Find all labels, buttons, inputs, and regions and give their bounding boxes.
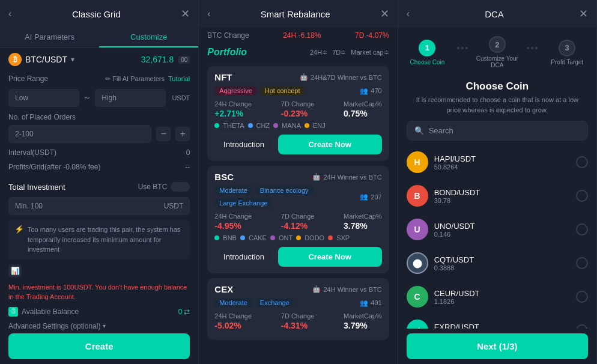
tab-customize[interactable]: Customize xyxy=(99,28,198,47)
warning-box: ⚡ Too many users are trading this pair, … xyxy=(8,220,190,259)
portfolio-header: Portfolio 24H≑ 7D≑ Market cap≑ xyxy=(199,43,397,61)
use-btc-toggle[interactable] xyxy=(171,182,190,192)
coin-info: ₿ BTC/USDT ▾ xyxy=(8,53,74,66)
portfolio-logo: Portfolio xyxy=(207,47,247,58)
radio-uno[interactable] xyxy=(576,223,588,235)
tag-aggressive: Aggressive xyxy=(214,86,256,96)
step-circle-1: 1 xyxy=(419,40,435,56)
advanced-settings-row[interactable]: Advanced Settings (optional) ▾ xyxy=(0,319,198,333)
users-bsc: 👥 207 xyxy=(360,193,381,201)
portfolio-scroll[interactable]: NFT 🤖 24H&7D Winner vs BTC Aggressive Ho… xyxy=(199,61,397,364)
portfolio-card-bsc: BSC 🤖 24H Winner vs BTC Moderate Binance… xyxy=(207,166,389,273)
advanced-label: Advanced Settings (optional) xyxy=(8,322,100,330)
low-input[interactable]: Low xyxy=(8,89,79,107)
tab-ai-parameters[interactable]: AI Parameters xyxy=(0,28,99,47)
tag-hot: Hot concept xyxy=(260,86,305,96)
min-investment-input[interactable]: Min. 100 USDT xyxy=(8,197,190,215)
card-actions-nft: Introduction Create Now xyxy=(214,134,381,155)
coin-price: 32,671.8 xyxy=(141,55,174,64)
btc-icon: ₿ xyxy=(8,53,22,66)
list-item-bond[interactable]: B BOND/USDT 30.78 xyxy=(398,179,596,213)
close-icon[interactable]: ✕ xyxy=(181,7,190,20)
radio-bond[interactable] xyxy=(576,190,588,202)
back-arrow-icon-p3[interactable]: ‹ xyxy=(407,8,410,19)
orders-input-row: 2-100 − + xyxy=(0,123,198,145)
list-item-cqt[interactable]: ⬤ CQT/USDT 0.3888 xyxy=(398,246,596,280)
panel-dca: ‹ DCA ✕ 1 Choose Coin 2 Customize Your D… xyxy=(398,0,597,364)
warning-text: Too many users are trading this pair, th… xyxy=(28,225,184,255)
step-dots-2 xyxy=(521,47,544,49)
coin-name[interactable]: BTC/USDT xyxy=(25,55,67,64)
coin-dropdown-icon[interactable]: ▾ xyxy=(71,55,74,64)
interval-label: Interval(USDT) xyxy=(8,148,56,157)
step-circle-2: 2 xyxy=(489,36,506,53)
orders-placeholder: 2-100 xyxy=(15,130,34,138)
dot-dodo xyxy=(296,235,301,240)
high-placeholder: High xyxy=(102,94,117,102)
list-item-ceur[interactable]: C CEUR/USDT 1.1826 xyxy=(398,280,596,314)
dot-sxp xyxy=(328,235,333,240)
exrd-icon: ✓ xyxy=(407,320,428,329)
orders-input[interactable]: 2-100 xyxy=(8,125,151,143)
tag-exchange: Exchange xyxy=(255,298,294,308)
list-item-exrd[interactable]: ✓ EXRD/USDT 0.1253 xyxy=(398,314,596,329)
winner-icon-cex: 🤖 xyxy=(312,285,321,293)
create-now-btn-nft[interactable]: Create Now xyxy=(278,135,382,154)
winner-icon: 🤖 xyxy=(300,73,308,81)
error-text: Min. investment is 100USDT. You don't ha… xyxy=(0,280,198,305)
uno-info: UNO/USDT 0.146 xyxy=(434,222,576,238)
users-icon: 👥 xyxy=(360,87,368,95)
orders-label-row: No. of Placed Orders xyxy=(0,109,198,123)
chart-icon[interactable]: 📊 xyxy=(8,264,22,278)
list-item-hapi[interactable]: H HAPI/USDT 50.8264 xyxy=(398,145,596,179)
card-name-cex: CEX xyxy=(214,284,233,294)
search-box[interactable]: 🔍 Search xyxy=(407,121,588,141)
usdt-suffix: USDT xyxy=(172,94,190,102)
radio-hapi[interactable] xyxy=(576,156,588,168)
radio-cqt[interactable] xyxy=(576,257,588,269)
price-range-section: Price Range ✏ Fill AI Parameters Tutoria… xyxy=(0,71,198,86)
high-input[interactable]: High xyxy=(95,89,166,107)
fill-ai-btn[interactable]: ✏ Fill AI Parameters xyxy=(105,75,165,83)
warning-icon: ⚡ xyxy=(14,225,24,234)
investment-row: Total Investment Use BTC xyxy=(0,179,198,195)
ceur-info: CEUR/USDT 1.1826 xyxy=(434,289,576,305)
intro-btn-bsc[interactable]: Introduction xyxy=(214,246,273,267)
min-placeholder: Min. 100 xyxy=(15,202,43,210)
card-top-bsc: BSC 🤖 24H Winner vs BTC xyxy=(214,172,381,182)
coins-nft: THETA CHZ MANA ENJ xyxy=(214,122,381,129)
stepper-plus[interactable]: + xyxy=(175,127,190,141)
chart-icon-box: 📊 xyxy=(0,262,198,280)
dot1 xyxy=(457,47,459,49)
panel1-content: ₿ BTC/USDT ▾ 32,671.8 00 Price Range ✏ F… xyxy=(0,48,198,364)
panel1-header: ‹ Classic Grid ✕ xyxy=(0,0,198,28)
next-button[interactable]: Next (1/3) xyxy=(407,333,588,359)
stepper-minus[interactable]: − xyxy=(156,127,171,141)
step-dots-1 xyxy=(450,47,474,49)
radio-ceur[interactable] xyxy=(576,291,588,303)
dot4 xyxy=(527,47,529,49)
btc-7d-change: 7D -4.07% xyxy=(355,31,389,40)
winner-badge-cex: 🤖 24H Winner vs BTC xyxy=(312,285,381,293)
transfer-icon[interactable]: ⇄ xyxy=(184,308,190,316)
back-arrow-icon-p2[interactable]: ‹ xyxy=(207,8,210,19)
back-arrow-icon[interactable]: ‹ xyxy=(8,8,11,19)
close-icon-p3[interactable]: ✕ xyxy=(579,7,588,20)
step-label-2: Customize Your DCA xyxy=(474,55,521,68)
radio-exrd[interactable] xyxy=(576,324,588,329)
bond-info: BOND/USDT 30.78 xyxy=(434,188,576,204)
tag-binance: Binance ecology xyxy=(255,186,314,195)
tutorial-btn[interactable]: Tutorial xyxy=(168,75,190,82)
use-btc-label: Use BTC xyxy=(138,183,168,191)
intro-btn-nft[interactable]: Introduction xyxy=(214,134,273,155)
create-button[interactable]: Create xyxy=(8,333,190,359)
card-name-bsc: BSC xyxy=(214,172,234,182)
list-item-uno[interactable]: U UNO/USDT 0.146 xyxy=(398,213,596,246)
pencil-icon: ✏ xyxy=(105,75,112,82)
balance-row: Ⓑ Available Balance 0 ⇄ xyxy=(0,305,198,319)
stats-nft: 24H Change +2.71% 7D Change -0.23% Marke… xyxy=(214,100,381,118)
panel2-title: Smart Rebalance xyxy=(261,9,330,19)
create-now-btn-bsc[interactable]: Create Now xyxy=(278,247,382,267)
price-range-inputs: Low ～ High USDT xyxy=(0,86,198,109)
close-icon-p2[interactable]: ✕ xyxy=(380,7,389,20)
